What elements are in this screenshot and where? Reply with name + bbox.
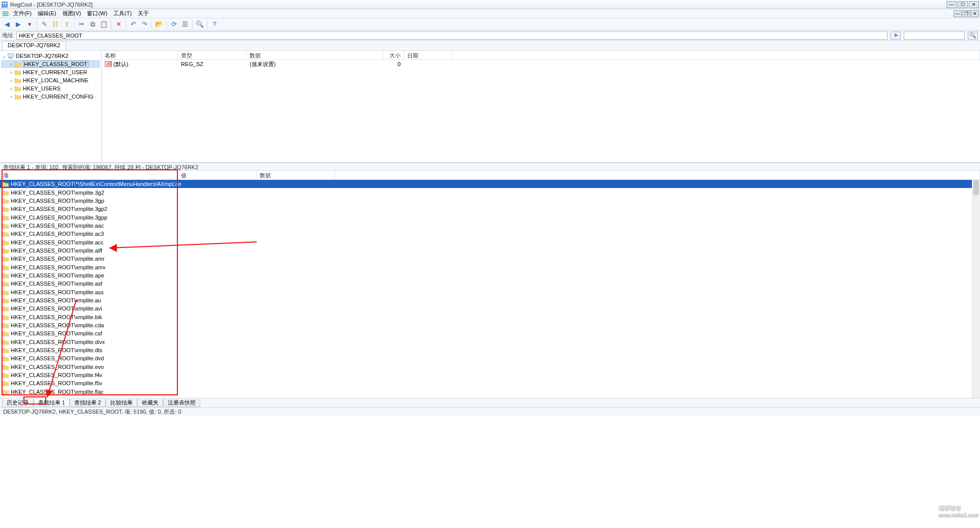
result-row[interactable]: HKEY_CLASSES_ROOT\xmplite.csf xyxy=(0,329,980,337)
menu-item[interactable]: 工具(T) xyxy=(110,10,135,17)
result-row[interactable]: HKEY_CLASSES_ROOT\xmplite.3gp xyxy=(0,197,980,205)
expand-icon[interactable]: › xyxy=(8,61,14,67)
result-row[interactable]: HKEY_CLASSES_ROOT\xmplite.acc xyxy=(0,238,980,246)
copy-button[interactable]: ⧉ xyxy=(87,19,98,29)
result-row[interactable]: HKEY_CLASSES_ROOT\xmplite.ass xyxy=(0,288,980,296)
new-value-button[interactable]: ☷ xyxy=(50,19,60,29)
menu-item[interactable]: 关于 xyxy=(135,10,152,17)
result-row[interactable]: HKEY_CLASSES_ROOT\xmplite.dvd xyxy=(0,354,980,362)
expand-icon[interactable]: › xyxy=(8,78,14,83)
undo-icon: ↶ xyxy=(131,20,136,28)
results-scrollbar[interactable] xyxy=(972,180,980,398)
address-go-button[interactable]: ➤ xyxy=(891,32,901,40)
undo-button[interactable]: ↶ xyxy=(128,19,138,29)
mdi-close-button[interactable]: ✕ xyxy=(971,10,979,17)
result-row[interactable]: HKEY_CLASSES_ROOT\xmplite.avi xyxy=(0,304,980,313)
help-button[interactable]: ? xyxy=(209,19,220,29)
back-button[interactable]: ◀ xyxy=(2,19,12,29)
maximize-button[interactable]: ☐ xyxy=(958,1,968,8)
result-row[interactable]: HKEY_CLASSES_ROOT\xmplite.f4v xyxy=(0,371,980,379)
open-button[interactable]: 📂 xyxy=(154,19,164,29)
result-row[interactable]: HKEY_CLASSES_ROOT\xmplite.asf xyxy=(0,279,980,288)
bottom-tab[interactable]: 注册表快照 xyxy=(163,399,200,407)
result-row[interactable]: HKEY_CLASSES_ROOT\xmplite.3g2 xyxy=(0,188,980,196)
tree-root[interactable]: ⌄ DESKTOP-JQ76RK2 xyxy=(1,52,100,60)
result-row[interactable]: HKEY_CLASSES_ROOT\xmplite.amv xyxy=(0,263,980,271)
address-input[interactable] xyxy=(16,32,887,40)
export-icon: ⇪ xyxy=(64,20,70,28)
results-pane[interactable]: 项 值 数据 HKEY_CLASSES_ROOT\*\ShellEx\Conte… xyxy=(0,171,980,398)
toolbar: ◀▶▾✎☷⇪✂⧉📋✕↶↷📂⟳☰🔍? xyxy=(0,18,980,30)
result-path: HKEY_CLASSES_ROOT\xmplite.dvd xyxy=(11,355,187,361)
col-size[interactable]: 大小 xyxy=(384,51,404,59)
redo-button[interactable]: ↷ xyxy=(139,19,149,29)
col-type[interactable]: 类型 xyxy=(178,51,247,59)
tree-item[interactable]: ›HKEY_CURRENT_USER xyxy=(1,68,100,76)
col-name[interactable]: 名称 xyxy=(102,51,178,59)
tree-pane[interactable]: ⌄ DESKTOP-JQ76RK2 ›HKEY_CLASSES_ROOT›HKE… xyxy=(0,51,102,162)
menu-item[interactable]: 编辑(E) xyxy=(35,10,59,17)
search-input[interactable] xyxy=(904,32,965,40)
mdi-restore-button[interactable]: ❐ xyxy=(962,10,970,17)
new-key-icon: ✎ xyxy=(42,20,47,28)
bottom-tab[interactable]: 查找结果 1 xyxy=(34,398,70,407)
tree-item[interactable]: ›HKEY_CURRENT_CONFIG xyxy=(1,92,100,101)
menu-item[interactable]: 文件(F) xyxy=(10,10,35,17)
delete-button[interactable]: ✕ xyxy=(113,19,124,29)
tree-item-label: HKEY_CLASSES_ROOT xyxy=(23,60,88,68)
refresh-button[interactable]: ⟳ xyxy=(169,19,179,29)
result-row[interactable]: HKEY_CLASSES_ROOT\xmplite.au xyxy=(0,296,980,304)
tree-item[interactable]: ›HKEY_USERS xyxy=(1,84,100,92)
result-row[interactable]: HKEY_CLASSES_ROOT\xmplite.dts xyxy=(0,346,980,354)
result-row[interactable]: HKEY_CLASSES_ROOT\xmplite.f5v xyxy=(0,379,980,387)
result-row[interactable]: HKEY_CLASSES_ROOT\xmplite.3gpp xyxy=(0,213,980,221)
result-row[interactable]: HKEY_CLASSES_ROOT\xmplite.amr xyxy=(0,255,980,263)
result-row[interactable]: HKEY_CLASSES_ROOT\xmplite.ape xyxy=(0,271,980,279)
properties-button[interactable]: ☰ xyxy=(180,19,190,29)
menu-item[interactable]: 视图(V) xyxy=(59,10,84,17)
tree-item[interactable]: ›HKEY_CLASSES_ROOT xyxy=(1,60,100,68)
mdi-minimize-button[interactable]: — xyxy=(954,10,962,17)
expand-icon[interactable]: › xyxy=(8,94,14,100)
col-data[interactable]: 数据 xyxy=(247,51,384,59)
result-row[interactable]: HKEY_CLASSES_ROOT\xmplite.3gp2 xyxy=(0,205,980,213)
result-row[interactable]: HKEY_CLASSES_ROOT\xmplite.aac xyxy=(0,222,980,230)
search-button[interactable]: 🔍 xyxy=(968,32,978,40)
result-row[interactable]: HKEY_CLASSES_ROOT\xmplite.aiff xyxy=(0,246,980,255)
bottom-tab[interactable]: 查找结果 2 xyxy=(70,399,106,407)
paste-button[interactable]: 📋 xyxy=(99,19,109,29)
bottom-tab[interactable]: 收藏夹 xyxy=(137,399,163,407)
value-row[interactable]: ab (默认) REG_SZ (值未设置) 0 xyxy=(102,60,980,68)
bottom-tab[interactable]: 历史记录 xyxy=(2,399,34,407)
values-pane[interactable]: 名称 类型 数据 大小 日期 ab (默认) REG_SZ (值未设置) 0 xyxy=(102,51,980,162)
dropdown-button[interactable]: ▾ xyxy=(24,19,35,29)
result-row[interactable]: HKEY_CLASSES_ROOT\xmplite.bik xyxy=(0,313,980,321)
result-row[interactable]: HKEY_CLASSES_ROOT\xmplite.flac xyxy=(0,388,980,396)
expand-icon[interactable]: › xyxy=(8,70,14,75)
result-row[interactable]: HKEY_CLASSES_ROOT\xmplite.ac3 xyxy=(0,230,980,238)
expand-icon[interactable]: ⌄ xyxy=(1,53,7,59)
rescol-value[interactable]: 值 xyxy=(178,171,257,179)
bottom-tab[interactable]: 比较结果 xyxy=(106,399,137,407)
find-button[interactable]: 🔍 xyxy=(195,19,205,29)
minimize-button[interactable]: — xyxy=(946,1,957,8)
result-path: HKEY_CLASSES_ROOT\xmplite.flac xyxy=(11,389,187,395)
result-path: HKEY_CLASSES_ROOT\xmplite.ass xyxy=(11,289,187,295)
result-row[interactable]: HKEY_CLASSES_ROOT\xmplite.cda xyxy=(0,321,980,329)
expand-icon[interactable]: › xyxy=(8,86,14,91)
col-date[interactable]: 日期 xyxy=(404,51,452,59)
result-row[interactable]: HKEY_CLASSES_ROOT\xmplite.divx xyxy=(0,338,980,346)
result-row[interactable]: HKEY_CLASSES_ROOT\*\ShellEx\ContextMenuH… xyxy=(0,180,980,188)
new-key-button[interactable]: ✎ xyxy=(39,19,49,29)
cut-button[interactable]: ✂ xyxy=(76,19,86,29)
tree-item[interactable]: ›HKEY_LOCAL_MACHINE xyxy=(1,76,100,84)
document-tab[interactable]: DESKTOP-JQ76RK2 xyxy=(2,41,66,50)
dropdown-icon: ▾ xyxy=(28,20,32,28)
result-row[interactable]: HKEY_CLASSES_ROOT\xmplite.evo xyxy=(0,363,980,371)
export-button[interactable]: ⇪ xyxy=(62,19,72,29)
menu-item[interactable]: 窗口(W) xyxy=(84,10,110,17)
forward-button[interactable]: ▶ xyxy=(13,19,23,29)
close-button[interactable]: ✕ xyxy=(969,1,979,8)
rescol-item[interactable]: 项 xyxy=(0,171,178,179)
rescol-data[interactable]: 数据 xyxy=(257,171,335,179)
